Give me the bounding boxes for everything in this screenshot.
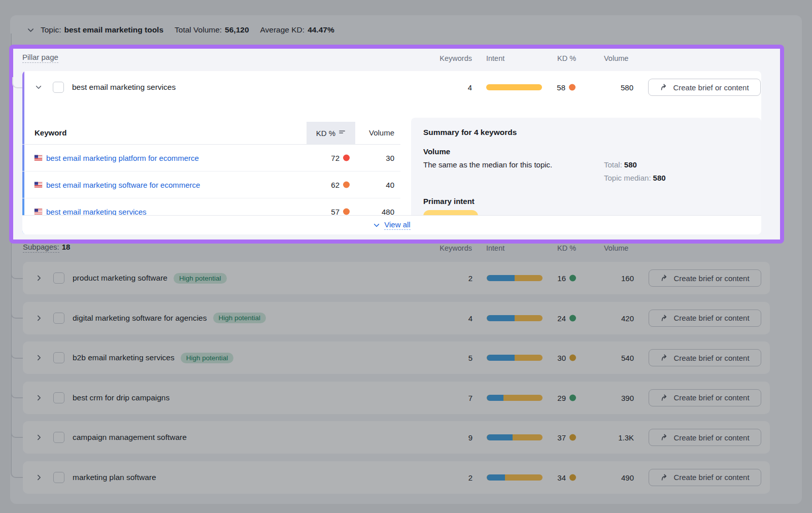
row-checkbox[interactable]	[53, 272, 64, 284]
high-potential-badge: High potential	[213, 313, 266, 323]
high-potential-badge: High potential	[174, 273, 227, 284]
forward-arrow-icon	[660, 433, 669, 441]
keyword-link[interactable]: best email marketing platform for ecomme…	[46, 154, 199, 162]
tree-connector	[11, 309, 24, 319]
subpage-row: digital marketing software for agencies …	[23, 302, 770, 334]
tree-connector	[11, 468, 24, 478]
kd-dot	[343, 209, 350, 215]
chevron-down-icon[interactable]	[24, 24, 37, 36]
pillar-title: best email marketing services	[72, 83, 176, 92]
kd-dot	[569, 355, 576, 361]
kd-cell: 57	[296, 208, 350, 216]
create-brief-button[interactable]: Create brief or content	[649, 269, 761, 287]
tree-connector	[11, 349, 24, 359]
total-volume-value: 56,120	[225, 25, 249, 35]
average-kd-label: Average KD:	[260, 25, 305, 35]
column-header-volume: Volume	[604, 53, 628, 64]
intent-segment-blue	[487, 355, 515, 361]
volume-value: 480	[354, 208, 394, 216]
total-value: 580	[624, 160, 637, 169]
pillar-page-label[interactable]: Pillar page	[22, 53, 58, 62]
create-brief-button[interactable]: Create brief or content	[649, 310, 761, 327]
chevron-right-icon[interactable]	[33, 431, 45, 443]
chevron-right-icon[interactable]	[33, 312, 45, 324]
kd-dot	[343, 182, 350, 188]
intent-segment-blue	[487, 315, 515, 321]
kd-value: 72	[331, 154, 340, 162]
keywords-count: 2	[424, 274, 472, 283]
keyword-table-header: Keyword KD % Volume	[22, 122, 400, 145]
kd-dot	[569, 474, 576, 481]
us-flag-icon	[35, 182, 42, 188]
subpages-section-label[interactable]: Subpages:18	[23, 243, 70, 251]
kd-dot	[343, 155, 350, 161]
row-checkbox[interactable]	[53, 392, 64, 403]
tree-connector	[12, 77, 23, 88]
keyword-row: best email marketing platform for ecomme…	[22, 145, 400, 172]
subpage-row: campaign management software High potent…	[23, 421, 770, 454]
forward-arrow-icon	[660, 354, 669, 362]
view-all-link[interactable]: View all	[384, 220, 410, 230]
subpage-title: marketing plan software	[73, 473, 156, 482]
kd-sort-header[interactable]: KD %	[307, 122, 355, 144]
create-brief-button[interactable]: Create brief or content	[649, 389, 761, 406]
topic-label: Topic:	[41, 25, 61, 35]
keyword-link[interactable]: best email marketing software for ecomme…	[46, 181, 200, 189]
keyword-column-header: Keyword	[35, 122, 66, 144]
keyword-row: best email marketing software for ecomme…	[22, 172, 400, 198]
column-header-intent: Intent	[486, 243, 504, 254]
subpage-row: b2b email marketing services High potent…	[23, 341, 770, 374]
kd-cell: 16	[518, 274, 576, 283]
pillar-row: best email marketing services 4 58 580 C…	[22, 71, 761, 104]
volume-value: 1.3K	[581, 433, 634, 442]
kd-cell: 58	[518, 83, 576, 92]
row-checkbox[interactable]	[53, 432, 64, 443]
chevron-down-icon[interactable]	[32, 81, 45, 93]
intent-segment-blue	[487, 434, 513, 440]
column-header-kd: KD %	[557, 243, 576, 254]
subpage-row: product marketing software High potentia…	[23, 262, 770, 294]
keyword-link[interactable]: best email marketing services	[46, 208, 147, 216]
column-header-keywords: Keywords	[423, 53, 472, 64]
row-checkbox[interactable]	[53, 352, 64, 363]
tree-connector	[11, 428, 24, 438]
chevron-right-icon[interactable]	[33, 392, 45, 404]
chevron-right-icon[interactable]	[33, 352, 45, 364]
subpage-rows: product marketing software High potentia…	[23, 262, 770, 494]
kd-cell: 24	[518, 314, 576, 322]
subpage-row: marketing plan software High potential 2…	[23, 461, 770, 494]
total-label: Total:	[604, 160, 622, 169]
create-brief-button[interactable]: Create brief or content	[649, 469, 761, 486]
intent-segment-blue	[487, 395, 503, 401]
tree-connector	[11, 269, 24, 279]
keywords-count: 4	[423, 83, 472, 92]
forward-arrow-icon	[660, 274, 669, 282]
row-checkbox[interactable]	[53, 313, 64, 324]
chevron-right-icon[interactable]	[33, 471, 45, 484]
kd-value: 24	[557, 314, 566, 322]
column-header-keywords: Keywords	[423, 243, 472, 254]
primary-intent-heading: Primary intent	[423, 197, 749, 206]
create-brief-button[interactable]: Create brief or content	[649, 429, 761, 446]
kd-value: 57	[331, 208, 340, 216]
kd-value: 30	[557, 354, 566, 362]
keywords-count: 9	[424, 433, 472, 442]
chevron-right-icon[interactable]	[33, 272, 45, 284]
column-header-kd: KD %	[557, 53, 576, 64]
row-checkbox[interactable]	[53, 472, 64, 483]
summary-volume-text: The same as the median for this topic.	[423, 160, 594, 187]
forward-arrow-icon	[660, 314, 669, 322]
keywords-count: 7	[424, 393, 472, 402]
keyword-strategy-screen: Topic: best email marketing tools Total …	[0, 0, 812, 513]
subpage-title: product marketing software	[73, 273, 167, 283]
create-brief-button[interactable]: Create brief or content	[648, 79, 761, 96]
kd-cell: 62	[296, 181, 350, 189]
create-brief-button[interactable]: Create brief or content	[649, 349, 761, 366]
pillar-checkbox[interactable]	[53, 82, 64, 93]
subpage-title: digital marketing software for agencies	[73, 314, 207, 323]
keywords-count: 4	[424, 314, 472, 322]
us-flag-icon	[35, 209, 42, 215]
kd-value: 34	[557, 473, 566, 482]
kd-dot	[569, 275, 576, 282]
volume-value: 40	[354, 181, 394, 189]
